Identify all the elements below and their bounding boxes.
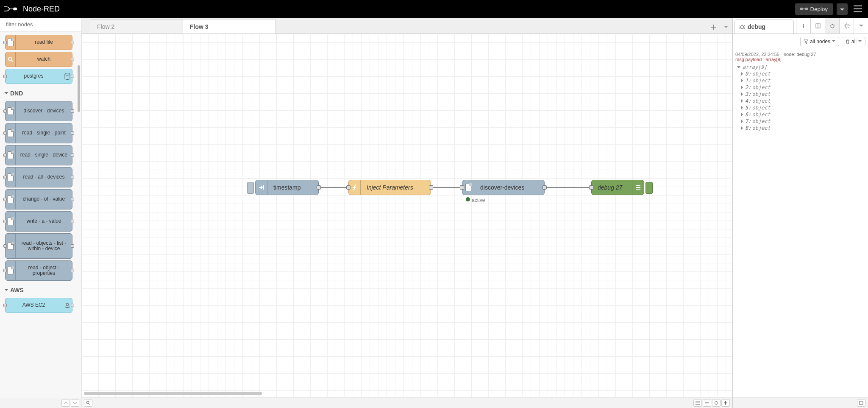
zoom-in-button[interactable] xyxy=(721,399,730,407)
sidebar-more-button[interactable] xyxy=(854,18,868,34)
caret-right-icon[interactable] xyxy=(741,79,743,82)
palette-read-single-device[interactable]: read - single - device xyxy=(5,145,72,165)
palette-aws-ec2[interactable]: AWS EC2 xyxy=(5,298,72,313)
palette-read-objects-list[interactable]: read - objects - list - within - device xyxy=(5,233,72,259)
deploy-button[interactable]: Deploy xyxy=(795,3,834,15)
canvas-hscrollbar[interactable] xyxy=(84,392,690,396)
debug-message: 04/09/2022, 22:24:55 node: debug 27 msg.… xyxy=(733,50,868,135)
palette-read-object-properties[interactable]: read - object - properties xyxy=(5,260,72,281)
category-aws[interactable]: AWS xyxy=(2,282,76,296)
debug-tree-item[interactable]: 7: object xyxy=(741,118,865,125)
debug-source[interactable]: node: debug 27 xyxy=(784,52,816,57)
debug-tree-item[interactable]: 6: object xyxy=(741,111,865,118)
port-in[interactable] xyxy=(346,185,351,190)
filter-all-nodes-button[interactable]: all nodes xyxy=(800,37,839,46)
caret-right-icon[interactable] xyxy=(741,126,743,130)
debug-tree-item[interactable]: 0: object xyxy=(741,70,865,77)
port-out[interactable] xyxy=(317,185,321,190)
debug-tree-item[interactable]: 8: object xyxy=(741,125,865,131)
debug-tree-item[interactable]: 3: object xyxy=(741,91,865,98)
filter-all-nodes-label: all nodes xyxy=(810,39,830,45)
category-dnd[interactable]: DND xyxy=(2,86,76,99)
palette-search-input[interactable] xyxy=(5,20,78,29)
sidebar-config-button[interactable] xyxy=(839,18,854,34)
plus-icon xyxy=(723,401,728,405)
zoom-reset-button[interactable] xyxy=(712,399,721,407)
palette-scrollbar[interactable] xyxy=(77,65,81,193)
svg-point-4 xyxy=(8,57,12,61)
debug-tree-item[interactable]: 1: object xyxy=(741,77,865,84)
wire[interactable] xyxy=(539,187,596,188)
palette-read-single-point[interactable]: read - single - point xyxy=(5,123,72,143)
tab-menu-button[interactable] xyxy=(720,21,732,34)
caret-right-icon[interactable] xyxy=(741,120,743,123)
palette-discover-devices[interactable]: discover - devices xyxy=(5,101,72,121)
caret-right-icon[interactable] xyxy=(741,72,743,75)
brand: Node-RED xyxy=(3,5,60,14)
debug-toggle-button[interactable] xyxy=(645,182,653,194)
debug-tree-root[interactable]: array[9] xyxy=(737,64,865,70)
caret-right-icon[interactable] xyxy=(741,106,743,109)
tab-flow-3[interactable]: Flow 3 xyxy=(183,19,276,34)
svg-rect-2 xyxy=(805,8,808,10)
caret-down-icon[interactable] xyxy=(737,66,740,68)
navigator-button[interactable] xyxy=(84,399,92,407)
caret-right-icon[interactable] xyxy=(741,86,743,89)
port-in xyxy=(3,198,7,201)
node-timestamp[interactable]: timestamp xyxy=(255,180,319,195)
debug-tree-item[interactable]: 4: object xyxy=(741,98,865,104)
sidebar-info-button[interactable] xyxy=(796,18,810,34)
file-icon xyxy=(6,101,16,121)
view-list-button[interactable] xyxy=(693,399,702,407)
port-in[interactable] xyxy=(589,185,593,190)
tab-flow-2[interactable]: Flow 2 xyxy=(90,19,183,34)
svg-point-10 xyxy=(740,25,744,29)
port-out[interactable] xyxy=(429,185,433,190)
port-in xyxy=(3,154,7,157)
add-tab-button[interactable] xyxy=(707,21,720,34)
port-out xyxy=(71,198,74,201)
palette-write-a-value[interactable]: write - a - value xyxy=(5,211,72,232)
deploy-caret-button[interactable] xyxy=(837,3,848,15)
palette-read-file[interactable]: read file xyxy=(5,35,72,50)
node-debug-27[interactable]: debug 27 xyxy=(591,180,644,195)
debug-tree-item[interactable]: 2: object xyxy=(741,84,865,91)
debug-tree-item[interactable]: 5: object xyxy=(741,104,865,111)
sidebar-expand-button[interactable] xyxy=(857,399,865,407)
debug-messages[interactable]: 04/09/2022, 22:24:55 node: debug 27 msg.… xyxy=(733,49,868,397)
sidebar-tab-debug[interactable]: debug xyxy=(734,20,794,34)
expand-icon xyxy=(859,401,863,405)
palette-watch[interactable]: watch xyxy=(5,52,72,67)
file-icon xyxy=(462,180,474,195)
palette-scroll[interactable]: read filewatchpostgres DNDdiscover - dev… xyxy=(0,31,81,398)
funnel-icon xyxy=(804,39,808,44)
port-in xyxy=(3,244,7,248)
node-inject-parameters[interactable]: Inject Parameters xyxy=(348,180,431,195)
palette-collapse-down-button[interactable] xyxy=(71,399,79,407)
zoom-out-button[interactable] xyxy=(703,399,711,407)
port-out[interactable] xyxy=(542,185,547,190)
sidebar-help-button[interactable] xyxy=(810,18,825,34)
palette-footer xyxy=(0,398,81,408)
menu-button[interactable] xyxy=(851,3,865,15)
clear-all-button[interactable]: all xyxy=(842,37,865,46)
palette-read-all-devices[interactable]: read - all - devices xyxy=(5,167,72,187)
palette-collapse-up-button[interactable] xyxy=(61,399,70,407)
caret-right-icon[interactable] xyxy=(741,92,743,96)
caret-right-icon[interactable] xyxy=(741,113,743,116)
caret-right-icon[interactable] xyxy=(741,99,743,103)
svg-point-6 xyxy=(66,303,69,306)
sidebar-debug-button[interactable] xyxy=(825,18,839,34)
file-icon xyxy=(6,212,16,231)
port-in[interactable] xyxy=(460,185,464,190)
node-discover-devices[interactable]: discover-devicesactive xyxy=(462,180,545,195)
flow-canvas[interactable]: timestampInject Parametersdiscover-devic… xyxy=(81,34,732,397)
palette-search[interactable] xyxy=(0,18,81,31)
palette-postgres[interactable]: postgres xyxy=(5,69,72,84)
status-text: active xyxy=(472,197,485,203)
debug-tree[interactable]: array[9] 0: object1: object2: object3: o… xyxy=(735,62,865,131)
inject-button[interactable] xyxy=(247,182,254,194)
palette-node-label: discover - devices xyxy=(16,107,72,115)
file-icon xyxy=(6,190,16,209)
palette-change-of-value[interactable]: change - of - value xyxy=(5,189,72,210)
